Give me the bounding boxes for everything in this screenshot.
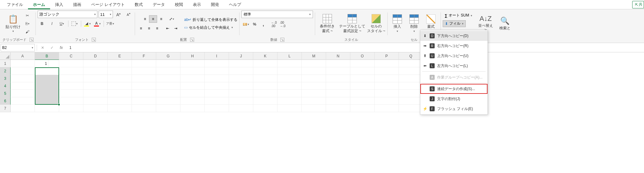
spreadsheet-grid[interactable]: ABCDEFGHIJKLMNOPQ 1234567 1 [0,52,644,171]
cell[interactable] [253,75,278,82]
cell[interactable] [180,97,205,105]
cell[interactable] [11,82,35,90]
col-header-j[interactable]: J [229,52,253,60]
cell[interactable] [326,67,350,75]
insert-cells-button[interactable]: 挿入 ▾ [390,12,405,35]
tab-home[interactable]: ホーム [28,0,50,9]
cell[interactable] [278,75,302,82]
fill-right-item[interactable]: ➡ R 右方向へコピー(R) [420,41,488,51]
fill-down-item[interactable]: ⬇ D 下方向へコピー(D) [420,31,488,41]
cell[interactable] [11,97,35,105]
insert-function-button[interactable]: fx [58,46,65,50]
row-header-7[interactable]: 7 [0,105,11,112]
cell[interactable] [35,90,59,97]
tab-file[interactable]: ファイル [2,0,28,9]
align-middle-button[interactable]: ≡ [149,15,157,23]
tab-draw[interactable]: 描画 [68,0,86,9]
cell[interactable] [180,90,205,97]
col-header-g[interactable]: G [156,52,180,60]
accounting-format-button[interactable]: 💴▾ [241,21,250,28]
find-select-button[interactable]: 🔍 検索と [497,12,513,35]
italic-button[interactable]: I [48,20,56,27]
cell[interactable] [156,97,180,105]
align-right-button[interactable]: ≡ [153,25,161,32]
cell[interactable] [59,75,83,82]
col-header-a[interactable]: A [11,52,35,60]
fill-up-item[interactable]: ⬆ U 上方向へコピー(U) [420,51,488,61]
cell[interactable] [375,90,399,97]
font-color-button[interactable]: A ▾ [93,20,102,27]
cell[interactable] [302,82,326,90]
cell[interactable] [83,75,108,82]
paste-button[interactable]: 📋 貼り付け ▾ [4,12,22,35]
cell[interactable] [399,67,423,75]
cell[interactable] [326,90,350,97]
cell[interactable] [278,97,302,105]
col-header-n[interactable]: N [326,52,350,60]
tab-insert[interactable]: 挿入 [50,0,68,9]
cell[interactable] [180,67,205,75]
autosum-button[interactable]: ∑ オート SUM ▾ [443,12,474,19]
cell[interactable] [180,60,205,67]
cell[interactable] [180,105,205,112]
col-header-f[interactable]: F [132,52,156,60]
col-header-k[interactable]: K [253,52,278,60]
cell[interactable] [132,97,156,105]
cell[interactable] [229,105,253,112]
cell[interactable] [205,97,229,105]
format-painter-button[interactable]: 🖌 [23,28,32,36]
cell[interactable] [59,97,83,105]
cell[interactable] [229,60,253,67]
col-header-m[interactable]: M [302,52,326,60]
cell[interactable] [108,75,132,82]
clipboard-launcher[interactable]: ↘ [30,38,34,42]
cell[interactable] [11,90,35,97]
fill-button[interactable]: ⬇ フィル ▾ [443,20,466,27]
fill-handle[interactable] [58,103,60,106]
tab-page-layout[interactable]: ページ レイアウト [86,0,130,9]
cell[interactable] [350,82,375,90]
cell[interactable] [108,105,132,112]
font-name-select[interactable]: 游ゴシック ▾ [38,11,97,18]
cell[interactable] [229,97,253,105]
decrease-decimal-button[interactable]: .00→.0 [278,21,287,28]
cell[interactable] [156,90,180,97]
cell[interactable] [83,105,108,112]
cell[interactable] [59,90,83,97]
cell[interactable] [59,60,83,67]
cell[interactable] [180,82,205,90]
merge-center-button[interactable]: ▭ セルを結合して中央揃え ▾ [184,25,233,30]
cell[interactable] [156,60,180,67]
cell[interactable] [229,82,253,90]
cell[interactable] [11,75,35,82]
cell[interactable] [375,60,399,67]
cell[interactable] [35,82,59,90]
fill-left-item[interactable]: ⬅ L 左方向へコピー(L) [420,61,488,71]
cell[interactable] [229,90,253,97]
cell[interactable] [399,105,423,112]
col-header-h[interactable]: H [180,52,205,60]
select-all-corner[interactable] [0,52,11,60]
cell[interactable] [35,105,59,112]
share-button[interactable]: ⇱ 共 [632,1,644,8]
cell[interactable] [108,60,132,67]
cell[interactable] [11,67,35,75]
align-bottom-button[interactable]: ≡ [157,15,165,23]
cell[interactable] [302,97,326,105]
col-header-q[interactable]: Q [399,52,423,60]
accept-formula-button[interactable]: ✓ [48,46,56,50]
tab-data[interactable]: データ [148,0,170,9]
align-top-button[interactable]: ≡ [141,15,149,23]
cell[interactable] [205,90,229,97]
cell[interactable] [326,105,350,112]
underline-button[interactable]: U▾ [58,20,66,27]
cell-b2[interactable]: 1 [24,60,49,67]
cell[interactable] [350,60,375,67]
cell[interactable] [375,67,399,75]
cell[interactable] [132,60,156,67]
increase-decimal-button[interactable]: ←.0.00 [269,21,278,28]
format-as-table-button[interactable]: テーブルとして書式設定 ~ [339,12,366,35]
row-header-2[interactable]: 2 [0,67,11,75]
font-size-select[interactable]: 11 ▾ [99,11,113,18]
phonetic-button[interactable]: ア亜▾ [106,20,114,27]
